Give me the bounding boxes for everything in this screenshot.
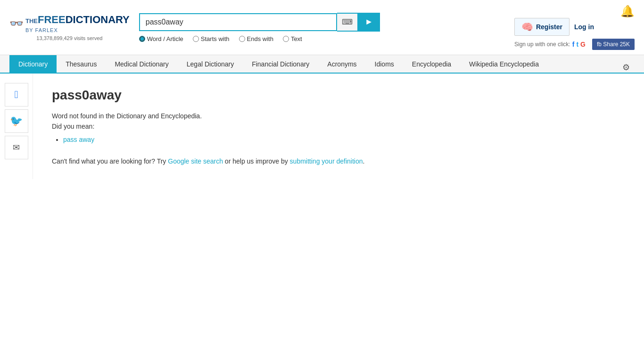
suggestion-link-pass-away[interactable]: pass away [63,136,94,143]
header: 👓 THEFREEDICTIONARY BY FARLEX 13,378,899… [0,0,644,55]
keyboard-button[interactable]: ⌨ [337,13,358,32]
tab-encyclopedia[interactable]: Encyclopedia [403,55,460,73]
not-found-message: Word not found in the Dictionary and Enc… [52,112,625,120]
notification-bell-icon[interactable]: 🔔 [620,5,635,18]
twitter-login-icon[interactable]: t [576,41,578,48]
tab-dictionary[interactable]: Dictionary [9,55,57,73]
search-button[interactable]: ► [358,13,380,32]
auth-buttons: 🧠 Register Log in [514,18,594,36]
search-area: ⌨ ► Word / Article Starts with Ends with… [139,13,505,42]
list-item: pass away [63,136,625,143]
radio-word-article[interactable] [139,36,145,42]
settings-icon: ⚙ [622,62,630,73]
login-button[interactable]: Log in [574,23,594,31]
search-options: Word / Article Starts with Ends with Tex… [139,35,505,42]
option-ends-with[interactable]: Ends with [239,35,273,42]
register-button[interactable]: 🧠 Register [514,18,570,36]
tab-medical-dictionary[interactable]: Medical Dictionary [106,55,177,73]
logo-text: THEFREEDICTIONARY BY FARLEX [25,14,130,33]
option-starts-with[interactable]: Starts with [193,35,230,42]
nav-tabs: Dictionary Thesaurus Medical Dictionary … [0,55,644,74]
tab-idioms[interactable]: Idioms [366,55,403,73]
tab-thesaurus[interactable]: Thesaurus [57,55,106,73]
settings-icon-wrap[interactable]: ⚙ [618,62,635,73]
radio-ends-with[interactable] [239,36,245,42]
auth-area: 🔔 🧠 Register Log in Sign up with one cli… [514,5,635,50]
social-login: Sign up with one click: f t G fb Share 2… [514,39,635,50]
suggestions-list: pass away [52,136,625,143]
word-title: pass0away [52,88,625,103]
tab-wikipedia-encyclopedia[interactable]: Wikipedia Encyclopedia [460,55,548,73]
content-area: pass0away Word not found in the Dictiona… [33,74,644,179]
facebook-login-icon[interactable]: f [572,41,575,48]
submit-definition-link[interactable]: submitting your definition [290,157,363,165]
cant-find-text: Can't find what you are looking for? Try… [52,157,625,165]
social-sidebar:  🐦 ✉ [0,74,33,179]
facebook-share-button[interactable]: fb Share 25K [592,39,635,50]
search-input[interactable] [139,13,337,31]
email-share-sidebar-button[interactable]: ✉ [5,136,28,159]
main:  🐦 ✉ pass0away Word not found in the Di… [0,74,644,179]
logo-icon: 👓 [9,17,24,30]
did-you-mean-label: Did you mean: [52,123,625,130]
logo-area: 👓 THEFREEDICTIONARY BY FARLEX 13,378,899… [9,14,130,41]
google-site-search-link[interactable]: Google site search [168,157,223,165]
visits-count: 13,378,899,429 visits served [36,35,102,41]
option-text[interactable]: Text [283,35,302,42]
search-box-row: ⌨ ► [139,13,505,32]
brain-icon: 🧠 [521,21,533,33]
radio-starts-with[interactable] [193,36,199,42]
tab-legal-dictionary[interactable]: Legal Dictionary [178,55,243,73]
tab-acronyms[interactable]: Acronyms [318,55,365,73]
twitter-share-sidebar-button[interactable]: 🐦 [5,109,28,133]
logo-link[interactable]: 👓 THEFREEDICTIONARY BY FARLEX [9,14,130,33]
google-login-icon[interactable]: G [580,41,586,48]
option-word-article[interactable]: Word / Article [139,35,183,42]
tab-financial-dictionary[interactable]: Financial Dictionary [243,55,318,73]
radio-text[interactable] [283,36,289,42]
facebook-share-sidebar-button[interactable]:  [5,83,28,107]
